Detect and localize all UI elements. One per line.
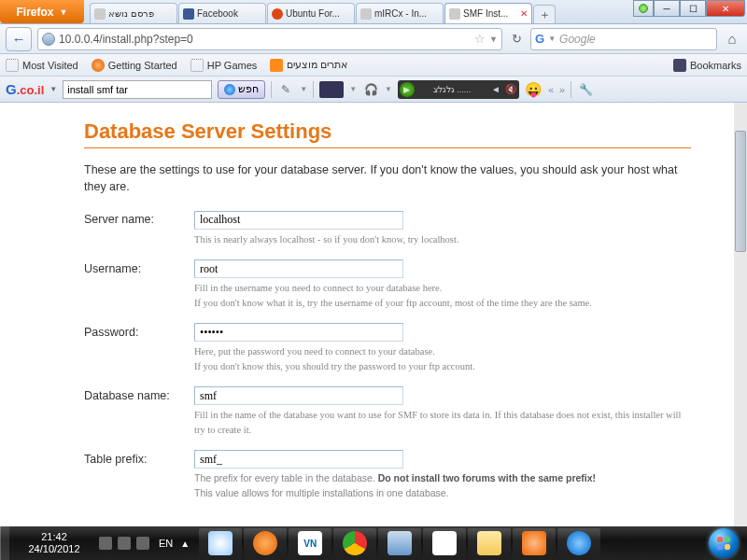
emoji-icon[interactable]: 😛 bbox=[525, 81, 543, 98]
input-table-prefix[interactable] bbox=[194, 450, 403, 469]
profile-icon[interactable] bbox=[319, 81, 344, 98]
wrench-icon[interactable]: 🔧 bbox=[577, 81, 594, 98]
tab-4[interactable]: SMF Inst...✕ bbox=[444, 3, 532, 23]
hint-prefix: The prefix for every table in the databa… bbox=[194, 471, 691, 499]
close-tab-icon[interactable]: ✕ bbox=[520, 8, 528, 19]
mute-icon[interactable]: 🔇 bbox=[504, 84, 517, 94]
search-bar[interactable]: G ▼ Google bbox=[530, 28, 717, 50]
label-username: Username: bbox=[84, 259, 194, 275]
notepad-icon bbox=[388, 531, 412, 555]
bookmark-star-icon[interactable]: ☆ bbox=[474, 32, 486, 46]
new-tab-button[interactable]: ＋ bbox=[533, 5, 556, 23]
start-button[interactable] bbox=[700, 526, 747, 560]
google-icon: G bbox=[535, 32, 544, 46]
chevron-down-icon[interactable]: ▼ bbox=[385, 85, 392, 93]
bookmark-label: Most Visited bbox=[22, 60, 78, 71]
tab-1[interactable]: Facebook bbox=[178, 3, 266, 23]
tab-2[interactable]: Ubuntu For... bbox=[267, 3, 355, 23]
url-bar[interactable]: 10.0.0.4/install.php?step=0 ☆ ▼ bbox=[37, 28, 502, 50]
bookmark-getting-started[interactable]: Getting Started bbox=[92, 59, 177, 72]
input-password[interactable] bbox=[194, 323, 403, 342]
player-display: גלגלצ ...... bbox=[416, 85, 487, 94]
language-indicator[interactable]: EN bbox=[155, 536, 176, 551]
separator bbox=[271, 81, 272, 98]
play-icon[interactable]: ▶ bbox=[400, 82, 415, 97]
row-prefix: Table prefix: The prefix for every table… bbox=[84, 450, 691, 500]
addon-indicator-icon[interactable] bbox=[633, 0, 654, 17]
show-desktop-button[interactable] bbox=[0, 526, 9, 560]
chevron-down-icon[interactable]: ▼ bbox=[49, 85, 57, 93]
chevron-down-icon[interactable]: ▼ bbox=[300, 85, 307, 93]
row-password: Password: Here, put the password you nee… bbox=[84, 323, 691, 373]
taskbar-vnc[interactable]: VN bbox=[289, 528, 331, 558]
chrome-icon bbox=[343, 531, 367, 555]
paint-icon bbox=[208, 531, 233, 555]
input-database-name[interactable] bbox=[194, 386, 403, 405]
chevron-down-icon: ▼ bbox=[60, 7, 68, 17]
system-tray bbox=[93, 537, 155, 550]
maximize-button[interactable]: ☐ bbox=[680, 0, 706, 17]
scrollbar-thumb[interactable] bbox=[735, 131, 746, 252]
prev-icon[interactable]: ◄ bbox=[489, 84, 502, 94]
highlighter-icon[interactable]: ✎ bbox=[277, 81, 294, 98]
label-password: Password: bbox=[84, 323, 194, 339]
tab-3[interactable]: mIRCx - In... bbox=[356, 3, 444, 23]
ie-icon bbox=[567, 531, 591, 555]
google-il-logo[interactable]: G.co.il bbox=[6, 81, 44, 97]
hint-username: Fill in the username you need to connect… bbox=[194, 281, 691, 309]
toolbar-search-button[interactable]: חפש bbox=[218, 80, 265, 99]
chevron-right-icon[interactable]: » bbox=[559, 84, 565, 95]
window-controls: ─ ☐ ✕ bbox=[631, 0, 747, 23]
vertical-scrollbar[interactable] bbox=[734, 103, 747, 526]
tray-icon[interactable] bbox=[136, 537, 149, 550]
chevron-down-icon[interactable]: ▼ bbox=[548, 35, 556, 43]
taskbar-mediaplayer[interactable] bbox=[513, 528, 556, 558]
taskbar-chrome[interactable] bbox=[333, 528, 376, 558]
bookmark-suggested[interactable]: אתרים מוצעים bbox=[270, 59, 347, 72]
tray-icon[interactable] bbox=[118, 537, 131, 550]
tray-overflow-icon[interactable]: ▲ bbox=[176, 539, 193, 549]
chevron-down-icon[interactable]: ▼ bbox=[349, 85, 357, 93]
page-viewport: Database Server Settings These are the s… bbox=[0, 103, 734, 526]
reload-button[interactable]: ↻ bbox=[508, 32, 525, 46]
minimize-button[interactable]: ─ bbox=[654, 0, 680, 17]
system-clock[interactable]: 21:42 24/10/2012 bbox=[9, 531, 93, 554]
window-close-button[interactable]: ✕ bbox=[706, 0, 745, 17]
bookmark-most-visited[interactable]: Most Visited bbox=[6, 59, 78, 72]
folder-icon bbox=[6, 59, 19, 72]
mirc-icon bbox=[432, 531, 457, 555]
taskbar-explorer[interactable] bbox=[468, 528, 511, 558]
bookmarks-menu[interactable]: Bookmarks bbox=[673, 59, 741, 72]
input-server-name[interactable] bbox=[194, 211, 403, 230]
ubuntu-icon bbox=[272, 8, 283, 20]
chevron-left-icon[interactable]: « bbox=[548, 84, 554, 95]
headphones-icon[interactable]: 🎧 bbox=[362, 81, 379, 98]
favicon-icon bbox=[449, 8, 460, 20]
windows-taskbar: 21:42 24/10/2012 EN ▲ VN bbox=[0, 526, 747, 560]
back-button[interactable]: ← bbox=[6, 27, 32, 51]
hint-password: Here, put the password you need to conne… bbox=[194, 344, 691, 372]
smf-install-page: Database Server Settings These are the s… bbox=[0, 103, 734, 500]
toolbar-search-input[interactable]: install smf tar bbox=[63, 80, 212, 99]
toolbar-search-value: install smf tar bbox=[67, 84, 128, 95]
page-intro: These are the settings to use for your d… bbox=[84, 161, 691, 195]
taskbar-firefox[interactable] bbox=[244, 528, 287, 558]
taskbar-paint[interactable] bbox=[199, 528, 242, 558]
input-username[interactable] bbox=[194, 259, 403, 278]
taskbar-mirc[interactable] bbox=[423, 528, 466, 558]
taskbar-notepad[interactable] bbox=[378, 528, 421, 558]
taskbar-ie[interactable] bbox=[557, 528, 600, 558]
hint-database: Fill in the name of the database you wan… bbox=[194, 408, 691, 436]
firefox-icon bbox=[92, 59, 105, 72]
tab-0[interactable]: פרסם נושא bbox=[90, 3, 177, 23]
separator bbox=[313, 81, 314, 98]
firefox-menu-button[interactable]: Firefox ▼ bbox=[0, 0, 84, 23]
tray-icon[interactable] bbox=[99, 537, 112, 550]
hint-server: This is nearly always localhost - so if … bbox=[194, 232, 691, 246]
bookmark-hp-games[interactable]: HP Games bbox=[190, 59, 258, 72]
home-button[interactable]: ⌂ bbox=[723, 31, 741, 47]
toolbar-search-label: חפש bbox=[238, 83, 259, 95]
feed-icon bbox=[270, 59, 283, 72]
chevron-down-icon[interactable]: ▼ bbox=[489, 35, 498, 44]
radio-player[interactable]: ▶ גלגלצ ...... ◄ 🔇 bbox=[398, 80, 519, 99]
